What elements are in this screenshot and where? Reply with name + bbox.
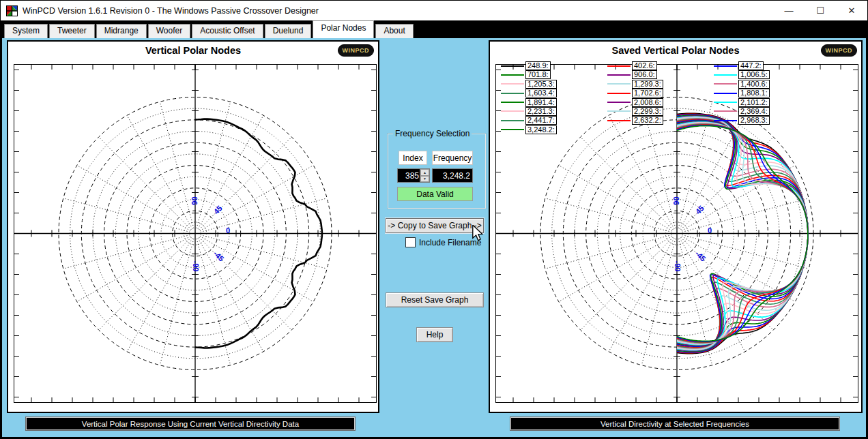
current-polar-plot: 90450-45-90 [14,64,377,403]
legend-frequency: 701.8: [525,70,551,79]
legend-frequency: 1,205.3: [525,80,557,89]
legend-swatch [607,102,631,103]
saved-polar-panel: Saved Vertical Polar Nodes WINPCD 90450-… [489,40,863,413]
legend-swatch [714,74,737,76]
legend-swatch [607,93,631,94]
reset-save-graph-button[interactable]: Reset Save Graph [386,292,484,307]
close-button[interactable]: ✕ [836,1,867,20]
legend-swatch [501,83,524,85]
legend-item: 1,702.6: [607,89,714,97]
tab-about[interactable]: About [375,24,413,38]
legend-swatch [501,65,524,67]
legend-swatch [501,93,524,94]
window-title: WinPCD Version 1.6.1 Revision 0 - The Wi… [23,6,319,16]
tab-woofer[interactable]: Woofer [148,24,190,38]
right-plot-caption: Vertical Directivity at Selected Frequen… [510,417,839,430]
frequency-selection-group: Frequency Selection Index Frequency 385 … [388,134,486,209]
include-filename-row: Include Filename [405,237,481,247]
svg-text:-90: -90 [192,261,200,272]
legend-swatch [714,93,737,94]
index-value[interactable]: 385 [398,169,420,182]
current-polar-panel: Vertical Polar Nodes WINPCD 90450-45-90 [7,40,379,413]
legend-item: 1,891.4: [501,98,607,107]
tab-midrange[interactable]: Midrange [96,24,147,38]
legend-frequency: 1,400.6: [738,80,770,89]
legend-frequency: 2,101.2: [738,98,770,107]
legend-swatch [714,110,737,112]
legend-item: 248.9: [501,61,607,70]
tab-tweeter[interactable]: Tweeter [49,24,95,38]
legend-item: 2,231.3: [501,107,607,116]
svg-text:90: 90 [672,196,680,205]
legend-frequency: 447.2: [738,61,764,70]
legend-swatch [714,102,737,103]
legend-item: 1,808.1: [714,89,820,97]
help-button[interactable]: Help [416,327,453,342]
legend-item: 2,008.6: [607,98,714,107]
legend-frequency: 1,808.1: [738,89,770,97]
tab-bar: SystemTweeterMidrangeWooferAcoustic Offs… [1,20,867,38]
legend-frequency: 1,702.6: [632,89,663,97]
legend-frequency: 2,008.6: [632,98,663,107]
tab-polar-nodes[interactable]: Polar Nodes [313,20,374,38]
legend-frequency: 1,006.5: [738,70,770,79]
legend-swatch [607,65,631,67]
copy-to-save-graph-button[interactable]: -> Copy to Save Graph -> [386,218,484,233]
frequency-label: Frequency [432,151,473,165]
svg-text:-90: -90 [674,261,682,272]
legend-swatch [501,110,524,112]
legend-item: 1,006.5: [714,70,820,79]
svg-text:45: 45 [212,204,224,215]
svg-text:0: 0 [708,226,712,234]
legend-swatch [607,83,631,85]
legend-item: 1,205.3: [501,80,607,89]
legend-frequency: 2,632.2: [632,116,663,125]
include-filename-checkbox[interactable] [405,237,416,247]
legend-frequency: 248.9: [525,61,551,70]
content-area: Vertical Polar Nodes WINPCD 90450-45-90 … [2,38,866,437]
svg-text:0: 0 [226,226,230,234]
frequency-value[interactable]: 3,248.2 [432,168,473,183]
index-label: Index [399,151,427,165]
data-valid-status: Data Valid [397,187,473,201]
legend-frequency: 2,299.3: [632,107,663,116]
legend-swatch [607,74,631,76]
legend-swatch [501,120,524,121]
index-up-icon[interactable]: ▲ [420,169,429,176]
svg-text:-45: -45 [212,249,226,263]
legend-item: 447.2: [714,61,820,70]
winpcd-logo: WINPCD [821,44,858,57]
legend-frequency: 2,231.3: [525,107,557,116]
legend-frequency: 2,441.7: [525,116,557,125]
left-plot-caption: Vertical Polar Response Using Current Ve… [26,417,355,430]
legend-item: 1,603.4: [501,89,607,97]
legend-frequency: 1,299.3: [632,80,663,89]
tab-system[interactable]: System [4,24,48,38]
maximize-button[interactable]: ☐ [805,1,836,20]
index-down-icon[interactable]: ▼ [420,176,429,183]
legend-item: 2,632.2: [607,116,714,125]
index-stepper[interactable]: 385 ▲ ▼ [397,168,430,183]
legend-swatch [501,102,524,103]
legend-frequency: 1,603.4: [525,89,557,97]
legend-item: 701.8: [501,70,607,79]
legend-swatch [714,65,737,67]
tab-acoustic-offset[interactable]: Acoustic Offset [192,24,263,38]
minimize-button[interactable]: — [773,1,805,20]
winpcd-logo: WINPCD [338,44,375,57]
mouse-cursor-icon [472,225,484,241]
legend-item: 1,299.3: [607,80,714,89]
legend-frequency: 2,369.4: [738,107,770,116]
tab-duelund[interactable]: Duelund [265,24,312,38]
legend-item: 906.0: [607,70,714,79]
legend-item: 2,101.2: [714,98,820,107]
legend-item: 402.6: [607,61,714,70]
legend-swatch [607,120,631,121]
title-bar: WinPCD Version 1.6.1 Revision 0 - The Wi… [1,1,867,20]
legend-item: 2,369.4: [714,107,820,116]
legend-item: 1,400.6: [714,80,820,89]
frequency-legend: 248.9:402.6:447.2:701.8:906.0:1,006.5:1,… [501,61,820,134]
legend-swatch [714,83,737,85]
group-title: Frequency Selection [393,129,472,138]
svg-text:90: 90 [190,196,199,205]
